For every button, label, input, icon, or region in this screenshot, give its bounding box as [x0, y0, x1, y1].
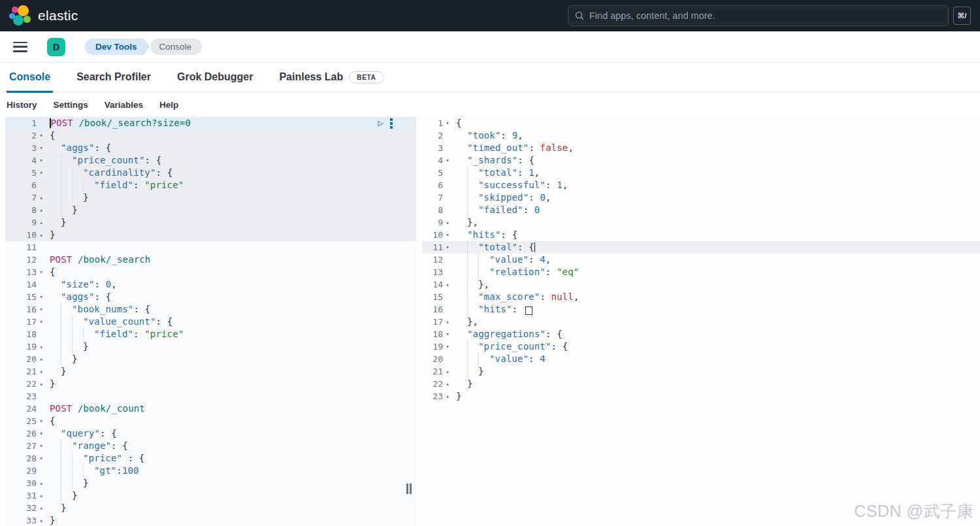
- fold-toggle-icon[interactable]: ▴: [37, 353, 46, 365]
- fold-toggle-icon[interactable]: ▴: [37, 191, 46, 204]
- fold-toggle-icon[interactable]: ▴: [37, 378, 46, 390]
- fold-toggle-icon[interactable]: ▴: [443, 216, 452, 229]
- request-editor[interactable]: 1POST /book/_search?size=0▷2▾{3▾"aggs": …: [5, 117, 416, 526]
- code-line[interactable]: 21▴}: [422, 365, 980, 378]
- code-line[interactable]: 22▴}: [5, 378, 416, 390]
- search-input[interactable]: [589, 10, 941, 21]
- tab-search-profiler[interactable]: Search Profiler: [74, 63, 154, 92]
- code-line[interactable]: 32▴}: [5, 502, 416, 514]
- code-line[interactable]: 17▴},: [422, 316, 980, 328]
- fold-toggle-icon[interactable]: ▾: [37, 415, 46, 427]
- code-line[interactable]: 8"failed": 0: [422, 204, 980, 216]
- code-line[interactable]: 15▾"aggs": {: [5, 291, 416, 303]
- panel-resize-handle[interactable]: [406, 484, 413, 495]
- code-line[interactable]: 7▴}: [5, 191, 416, 204]
- code-line[interactable]: 15"max_score": null,: [422, 291, 980, 303]
- code-line[interactable]: 11▾"total": {: [422, 241, 980, 254]
- code-line[interactable]: 14▴},: [422, 278, 980, 291]
- code-line[interactable]: 29"gt":100: [5, 465, 416, 477]
- fold-toggle-icon[interactable]: ▾: [37, 440, 46, 452]
- tab-grok-debugger[interactable]: Grok Debugger: [174, 63, 255, 92]
- menu-icon[interactable]: [13, 42, 27, 52]
- code-line[interactable]: 4▾"price_count": {: [5, 154, 416, 167]
- code-line[interactable]: 9▴},: [422, 216, 980, 229]
- tab-console[interactable]: Console: [7, 63, 53, 92]
- code-line[interactable]: 3"timed_out": false,: [422, 142, 980, 154]
- fold-toggle-icon[interactable]: ▾: [37, 142, 46, 154]
- menu-item-settings[interactable]: Settings: [54, 100, 88, 110]
- fold-toggle-icon[interactable]: ▴: [37, 204, 46, 216]
- code-line[interactable]: 10▴}: [5, 229, 416, 241]
- fold-toggle-icon[interactable]: ▾: [443, 328, 452, 340]
- fold-toggle-icon[interactable]: ▾: [37, 266, 46, 278]
- tab-painless-lab[interactable]: Painless Lab BETA: [276, 63, 386, 92]
- response-viewer[interactable]: 1▾{2"took": 9,3"timed_out": false,4▾"_sh…: [422, 117, 980, 526]
- fold-toggle-icon[interactable]: ▾: [37, 291, 46, 303]
- code-line[interactable]: 23: [5, 390, 416, 403]
- app-badge[interactable]: D: [47, 38, 65, 56]
- code-line[interactable]: 19▴}: [5, 340, 416, 353]
- fold-toggle-icon[interactable]: ▴: [37, 489, 46, 502]
- code-line[interactable]: 26▾"query": {: [5, 427, 416, 440]
- menu-item-history[interactable]: History: [7, 100, 37, 110]
- fold-toggle-icon[interactable]: ▾: [37, 129, 46, 142]
- fold-toggle-icon[interactable]: ▾: [443, 117, 452, 129]
- fold-toggle-icon[interactable]: ▾: [443, 340, 452, 353]
- code-line[interactable]: 6"field": "price": [5, 179, 416, 191]
- code-line[interactable]: 8▴}: [5, 204, 416, 216]
- code-line[interactable]: 16"hits": []: [422, 303, 980, 316]
- request-options-icon[interactable]: [390, 118, 393, 129]
- menu-item-help[interactable]: Help: [159, 100, 178, 110]
- fold-toggle-icon[interactable]: ▴: [443, 316, 452, 328]
- fold-toggle-icon[interactable]: ▾: [37, 154, 46, 167]
- code-line[interactable]: 31▴}: [5, 489, 416, 502]
- code-line[interactable]: 13▾{: [5, 266, 416, 278]
- code-line[interactable]: 20▴}: [5, 353, 416, 365]
- fold-toggle-icon[interactable]: ▾: [37, 452, 46, 465]
- fold-toggle-icon[interactable]: ▴: [37, 216, 46, 229]
- fold-toggle-icon[interactable]: ▴: [37, 340, 46, 353]
- fold-toggle-icon[interactable]: ▴: [443, 390, 452, 403]
- fold-toggle-icon[interactable]: ▴: [443, 365, 452, 378]
- code-line[interactable]: 2▾{: [5, 129, 416, 142]
- fold-toggle-icon[interactable]: ▴: [37, 514, 46, 526]
- code-line[interactable]: 18"field": "price": [5, 328, 416, 340]
- code-line[interactable]: 28▾"price" : {: [5, 452, 416, 465]
- code-line[interactable]: 21▴}: [5, 365, 416, 378]
- fold-toggle-icon[interactable]: ▾: [37, 427, 46, 440]
- code-line[interactable]: 16▾"book_nums": {: [5, 303, 416, 316]
- code-line[interactable]: 1POST /book/_search?size=0▷: [5, 117, 416, 129]
- code-line[interactable]: 33▴}: [5, 514, 416, 526]
- fold-toggle-icon[interactable]: ▾: [443, 229, 452, 241]
- global-search[interactable]: [568, 5, 949, 26]
- breadcrumb-dev-tools[interactable]: Dev Tools: [85, 39, 150, 55]
- menu-item-variables[interactable]: Variables: [105, 100, 143, 110]
- code-line[interactable]: 5"total": 1,: [422, 167, 980, 179]
- fold-toggle-icon[interactable]: ▴: [37, 229, 46, 241]
- fold-toggle-icon[interactable]: ▾: [37, 303, 46, 316]
- code-line[interactable]: 22▴}: [422, 378, 980, 390]
- code-line[interactable]: 12POST /book/_search: [5, 254, 416, 266]
- code-line[interactable]: 6"successful": 1,: [422, 179, 980, 191]
- code-line[interactable]: 7"skipped": 0,: [422, 191, 980, 204]
- code-line[interactable]: 12"value": 4,: [422, 254, 980, 266]
- code-line[interactable]: 23▴}: [422, 390, 980, 403]
- code-line[interactable]: 5▾"cardinality": {: [5, 167, 416, 179]
- code-line[interactable]: 25▾{: [5, 415, 416, 427]
- fold-toggle-icon[interactable]: ▾: [37, 167, 46, 179]
- send-request-icon[interactable]: ▷: [378, 117, 384, 129]
- elastic-logo-icon[interactable]: [9, 5, 31, 27]
- code-line[interactable]: 27▾"range": {: [5, 440, 416, 452]
- code-line[interactable]: 9▴}: [5, 216, 416, 229]
- code-line[interactable]: 30▴}: [5, 477, 416, 489]
- code-line[interactable]: 1▾{: [422, 117, 980, 129]
- fold-toggle-icon[interactable]: ▾: [37, 316, 46, 328]
- fold-toggle-icon[interactable]: ▴: [443, 378, 452, 390]
- code-line[interactable]: 3▾"aggs": {: [5, 142, 416, 154]
- fold-toggle-icon[interactable]: ▴: [37, 502, 46, 514]
- fold-toggle-icon[interactable]: ▾: [443, 154, 452, 167]
- code-line[interactable]: 24POST /book/_count: [5, 403, 416, 415]
- fold-toggle-icon[interactable]: ▴: [443, 278, 452, 291]
- code-line[interactable]: 18▾"aggregations": {: [422, 328, 980, 340]
- fold-toggle-icon[interactable]: ▾: [443, 241, 452, 254]
